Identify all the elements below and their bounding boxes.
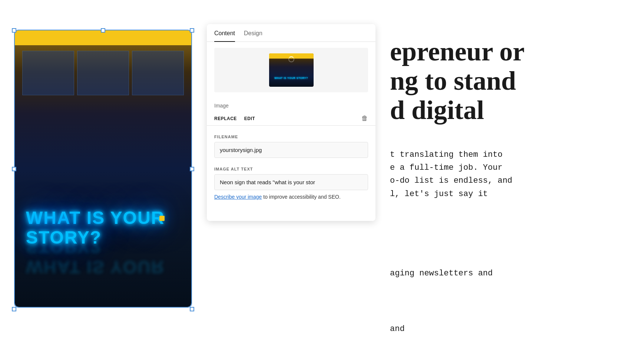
- background-body-text-2: aging newsletters and: [383, 259, 642, 287]
- alt-text-input[interactable]: [214, 174, 368, 190]
- content-panel: Content Design WHAT IS YOUR STORY? Image…: [207, 24, 375, 221]
- describe-image-link[interactable]: Describe your image: [214, 194, 262, 200]
- background-heading: epreneur or ng to stand d digital: [383, 30, 642, 133]
- tab-design[interactable]: Design: [244, 24, 262, 42]
- image-section-label: Image: [207, 98, 375, 112]
- selection-handle-bottom-left[interactable]: [12, 307, 16, 311]
- selection-handle-top-left[interactable]: [12, 28, 16, 33]
- image-windows: [15, 51, 191, 95]
- body-line-5: aging newsletters and: [390, 267, 635, 280]
- filename-label: FILENAME: [214, 135, 368, 139]
- image-top-bar: [15, 30, 191, 45]
- alt-text-help: Describe your image to improve accessibi…: [214, 193, 368, 201]
- selection-handle-bottom-right[interactable]: [190, 307, 194, 311]
- preview-neon-text: WHAT IS YOUR STORY?: [271, 77, 312, 79]
- body-line-1: t translating them into: [390, 148, 635, 161]
- panel-body: WHAT IS YOUR STORY? Image REPLACE EDIT 🗑…: [207, 48, 375, 201]
- trash-icon: 🗑: [361, 115, 368, 122]
- window-center: [77, 51, 129, 95]
- body-line-4: l, let's just say it: [390, 188, 635, 201]
- heading-line-1: epreneur or: [390, 37, 635, 66]
- selection-handle-top-center[interactable]: [101, 28, 105, 33]
- neon-sign-reflection: WHAT IS YOUR STORY?: [26, 236, 180, 277]
- heading-line-2: ng to stand: [390, 66, 635, 96]
- actions-divider: [207, 125, 375, 126]
- body-line-2: e a full-time job. Your: [390, 161, 635, 174]
- window-left: [22, 51, 74, 95]
- help-text-suffix: to improve accessibility and SEO.: [262, 194, 340, 200]
- background-body-text-3: and: [383, 315, 642, 343]
- replace-button[interactable]: REPLACE: [214, 116, 237, 121]
- edit-button[interactable]: EDIT: [244, 116, 255, 121]
- body-line-3: o-do list is endless, and: [390, 174, 635, 187]
- filename-field-group: FILENAME: [207, 135, 375, 158]
- image-actions-row: REPLACE EDIT 🗑: [207, 112, 375, 125]
- alt-text-label: IMAGE ALT TEXT: [214, 167, 368, 171]
- selection-handle-middle-right[interactable]: [190, 167, 194, 171]
- window-right: [132, 51, 184, 95]
- preview-loading-ring: [288, 56, 294, 62]
- selection-handle-middle-left[interactable]: [12, 167, 16, 171]
- background-body-text-1: t translating them into e a full-time jo…: [383, 141, 642, 208]
- delete-button[interactable]: 🗑: [361, 115, 368, 122]
- filename-input[interactable]: [214, 142, 368, 158]
- alt-text-field-group: IMAGE ALT TEXT Describe your image to im…: [207, 167, 375, 201]
- panel-tabs: Content Design: [207, 24, 375, 42]
- selected-image[interactable]: WHAT IS YOUR STORY? WHAT IS YOUR STORY?: [14, 30, 192, 308]
- tab-content[interactable]: Content: [214, 24, 235, 42]
- body-line-6: and: [390, 322, 635, 335]
- yellow-dot-indicator: [159, 216, 165, 221]
- preview-thumbnail: WHAT IS YOUR STORY?: [269, 53, 314, 87]
- heading-line-3: d digital: [390, 96, 635, 125]
- image-preview-area: WHAT IS YOUR STORY?: [214, 48, 368, 92]
- selection-handle-top-right[interactable]: [190, 28, 194, 33]
